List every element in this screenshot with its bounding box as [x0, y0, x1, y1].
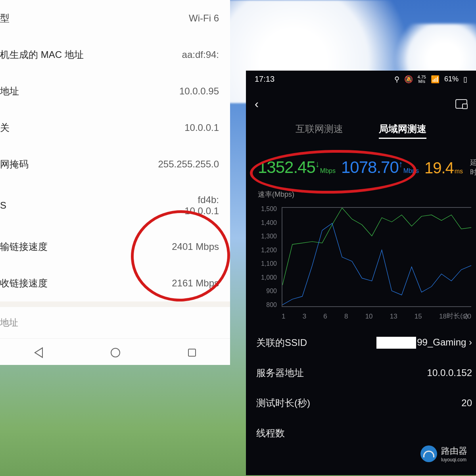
info-row-server[interactable]: 服务器地址 10.0.0.152: [246, 358, 476, 388]
info-row-duration[interactable]: 测试时长(秒) 20: [246, 388, 476, 418]
section-separator: [0, 301, 230, 307]
setting-label: 机生成的 MAC 地址: [0, 48, 84, 61]
wifi-icon: 📶: [431, 75, 440, 84]
tab-lan[interactable]: 局域网测速: [379, 123, 426, 139]
x-axis: 13681013151820: [282, 313, 471, 321]
setting-label: 收链接速度: [0, 277, 48, 290]
watermark-sub: luyouqi.com: [441, 457, 467, 463]
speed-test-panel: 17:13 ⚲ 🔕 4.75 M/s 📶 61% ▯ ‹ 互联网测速 局域网测速…: [246, 71, 476, 475]
nav-back-icon[interactable]: [34, 347, 43, 358]
info-label: 线程数: [256, 427, 285, 440]
tabs: 互联网测速 局域网测速: [246, 118, 476, 144]
watermark-title: 路由器: [441, 445, 467, 457]
info-row-threads[interactable]: 线程数: [246, 418, 476, 448]
info-row-ssid[interactable]: 关联的SSID 99_Gaming ›: [246, 328, 476, 358]
router-icon: [420, 445, 437, 462]
setting-value: Wi-Fi 6: [189, 13, 219, 24]
setting-label: S: [0, 200, 6, 211]
chart-plot: [282, 207, 471, 307]
battery-text: 61%: [444, 75, 459, 83]
nav-recent-icon[interactable]: [188, 349, 196, 357]
app-bar: ‹: [246, 88, 476, 118]
latency-label: 延时: [470, 158, 476, 177]
latency-value: 19.4ms: [424, 159, 463, 177]
section-heading: 地址: [0, 307, 230, 334]
site-watermark: 路由器 luyouqi.com: [420, 445, 467, 463]
info-label: 测试时长(秒): [256, 397, 310, 409]
setting-row-gateway[interactable]: 关 10.0.0.1: [0, 109, 230, 146]
mute-icon: 🔕: [404, 75, 413, 84]
info-label: 关联的SSID: [256, 336, 307, 349]
devices-icon[interactable]: [455, 99, 467, 109]
setting-label: 关: [0, 121, 10, 134]
info-value: 20: [461, 397, 472, 409]
masked-text: [376, 337, 416, 349]
setting-value: 10.0.0.95: [179, 86, 219, 97]
android-nav-bar: [0, 338, 230, 366]
setting-label: 输链接速度: [0, 240, 48, 253]
back-button[interactable]: ‹: [255, 97, 259, 111]
setting-label: 网掩码: [0, 158, 29, 171]
setting-label: 型: [0, 12, 10, 25]
y-axis: 1,5001,4001,3001,2001,1001,000900800: [258, 205, 277, 309]
status-bar: 17:13 ⚲ 🔕 4.75 M/s 📶 61% ▯: [246, 71, 476, 88]
nav-home-icon[interactable]: [111, 348, 120, 357]
wifi-settings-panel: 型 Wi-Fi 6 机生成的 MAC 地址 aa:df:94: 地址 10.0.…: [0, 0, 230, 365]
setting-value: 10.0.0.1: [184, 122, 219, 133]
setting-label: 地址: [0, 85, 19, 98]
battery-icon: ▯: [463, 75, 467, 84]
info-value: 10.0.0.152: [427, 367, 472, 378]
info-value: 99_Gaming ›: [376, 337, 472, 349]
setting-row-type[interactable]: 型 Wi-Fi 6: [0, 0, 230, 36]
setting-value: aa:df:94:: [182, 49, 219, 60]
bluetooth-icon: ⚲: [394, 75, 399, 84]
info-label: 服务器地址: [256, 367, 304, 379]
tab-internet[interactable]: 互联网测速: [296, 123, 343, 139]
setting-row-subnet[interactable]: 网掩码 255.255.255.0: [0, 146, 230, 182]
net-speed-indicator: 4.75 M/s: [418, 75, 426, 84]
test-info-list: 关联的SSID 99_Gaming › 服务器地址 10.0.0.152 测试时…: [246, 323, 476, 448]
setting-row-ip[interactable]: 地址 10.0.0.95: [0, 73, 230, 109]
setting-value: 255.255.255.0: [158, 159, 219, 170]
chart-lines: [282, 208, 471, 306]
status-time: 17:13: [255, 75, 274, 84]
status-icons: ⚲ 🔕 4.75 M/s 📶 61% ▯: [394, 75, 467, 84]
setting-row-mac[interactable]: 机生成的 MAC 地址 aa:df:94:: [0, 36, 230, 73]
x-axis-label: 时长(s): [447, 311, 468, 321]
speed-chart: 1,5001,4001,3001,2001,1001,000900800 136…: [258, 205, 471, 321]
